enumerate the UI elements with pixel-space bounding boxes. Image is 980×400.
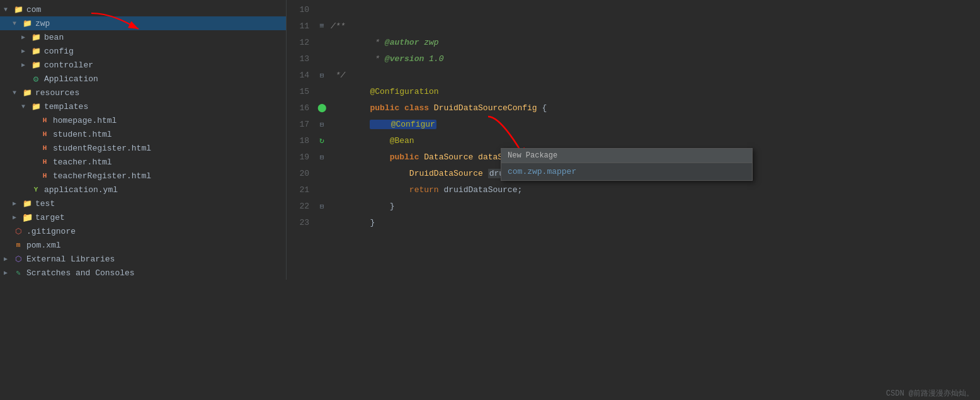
sidebar-item-label-resources: resources — [35, 88, 79, 98]
sidebar-item-controller[interactable]: ▶ 📁 controller — [0, 58, 286, 72]
folder-icon-config: 📁 — [30, 46, 42, 56]
folder-icon-templates: 📁 — [30, 101, 42, 111]
code-area: 10 11 ≡ /** 12 * @author zwp 13 * @versi… — [287, 0, 980, 231]
yml-icon: Y — [30, 185, 42, 195]
code-line-13: 13 * @version 1.0 — [287, 50, 980, 67]
sidebar-item-teacher[interactable]: H teacher.html — [0, 155, 286, 169]
gutter-14: ⊟ — [316, 71, 328, 79]
arrow-com: ▼ — [4, 6, 13, 13]
sidebar-item-scratches[interactable]: ▶ ✎ Scratches and Consoles — [0, 266, 286, 280]
popup-title: New Package — [501, 149, 752, 163]
arrow-resources: ▼ — [13, 89, 21, 96]
sidebar-item-label-applicationyml: application.yml — [44, 185, 118, 195]
sidebar-item-label-pomxml: pom.xml — [26, 241, 61, 250]
sidebar-item-teacherregister[interactable]: H teacherRegister.html — [0, 169, 286, 183]
sidebar-item-label-controller: controller — [44, 60, 93, 70]
folder-icon-target: 📁 — [21, 212, 33, 222]
sidebar-item-label-scratches: Scratches and Consoles — [26, 268, 135, 278]
sidebar-item-application[interactable]: ⚙ Application — [0, 72, 286, 86]
sidebar-item-label-gitignore: .gitignore — [26, 227, 76, 236]
sidebar-item-label-student: student.html — [53, 130, 112, 139]
sidebar-item-label-test: test — [35, 199, 55, 209]
git-icon: ⬡ — [13, 226, 24, 236]
sidebar-item-label-application: Application — [44, 74, 98, 84]
arrow-templates: ▼ — [21, 103, 30, 110]
line-num-17: 17 — [287, 120, 316, 129]
sidebar-item-student[interactable]: H student.html — [0, 127, 286, 141]
sidebar-item-label-teacherregister: teacherRegister.html — [53, 171, 151, 181]
sidebar-item-target[interactable]: ▶ 📁 target — [0, 210, 286, 224]
line-num-10: 10 — [287, 5, 316, 14]
sidebar-item-homepage[interactable]: H homepage.html — [0, 113, 286, 127]
ext-icon: ⬡ — [13, 254, 24, 264]
sidebar-item-label-zwp: zwp — [35, 19, 50, 28]
html-icon-homepage: H — [39, 115, 50, 125]
code-line-17: 17 ⊟ @Configur — [287, 116, 980, 132]
folder-icon-test: 📁 — [21, 198, 33, 209]
sidebar-item-resources[interactable]: ▼ 📁 resources — [0, 86, 286, 100]
sidebar-item-com[interactable]: ▼ 📁 com — [0, 3, 286, 16]
folder-icon-zwp: 📁 — [21, 18, 33, 28]
arrow-external: ▶ — [4, 255, 13, 263]
sidebar-item-studentregister[interactable]: H studentRegister.html — [0, 141, 286, 155]
line-num-23: 23 — [287, 218, 316, 227]
html-icon-student: H — [39, 129, 50, 139]
bottom-bar: CSDN @前路漫漫亦灿灿。 — [880, 387, 980, 400]
html-icon-teacherregister: H — [39, 171, 50, 181]
folder-icon-controller: 📁 — [30, 60, 42, 70]
html-icon-studentregister: H — [39, 143, 50, 153]
code-editor[interactable]: 10 11 ≡ /** 12 * @author zwp 13 * @versi… — [287, 0, 980, 400]
line-num-11: 11 — [287, 21, 316, 31]
gutter-17: ⊟ — [316, 120, 328, 129]
arrow-controller: ▶ — [21, 61, 30, 69]
new-package-popup[interactable]: New Package com.zwp.mapper — [501, 148, 753, 181]
code-line-10: 10 — [287, 1, 980, 18]
line-num-12: 12 — [287, 38, 316, 47]
gutter-11: ≡ — [316, 21, 328, 31]
xml-icon-pom: m — [13, 240, 24, 250]
sidebar-item-applicationyml[interactable]: Y application.yml — [0, 183, 286, 197]
arrow-scratches: ▶ — [4, 269, 13, 277]
arrow-config: ▶ — [21, 47, 30, 55]
arrow-test: ▶ — [13, 200, 21, 207]
popup-content[interactable]: com.zwp.mapper — [501, 163, 752, 180]
line-num-14: 14 — [287, 71, 316, 80]
code-line-23: 23 } — [287, 214, 980, 231]
line-num-16: 16 — [287, 103, 316, 113]
arrow-zwp: ▼ — [13, 20, 21, 27]
sidebar-item-gitignore[interactable]: ⬡ .gitignore — [0, 224, 286, 238]
sidebar-item-label-teacher: teacher.html — [53, 157, 112, 167]
sidebar-item-label-homepage: homepage.html — [53, 116, 117, 125]
line-num-13: 13 — [287, 54, 316, 64]
gutter-19: ⊟ — [316, 153, 328, 161]
sidebar-item-bean[interactable]: ▶ 📁 bean — [0, 30, 286, 44]
folder-icon-com: 📁 — [13, 4, 24, 14]
line-num-20: 20 — [287, 169, 316, 178]
sidebar-item-label-config: config — [44, 47, 74, 56]
sidebar-item-zwp[interactable]: ▼ 📁 zwp — [0, 16, 286, 30]
scratch-icon: ✎ — [13, 268, 24, 278]
gutter-16: ⬤ — [316, 103, 328, 113]
gutter-22: ⊟ — [316, 202, 328, 210]
html-icon-teacher: H — [39, 157, 50, 167]
line-num-15: 15 — [287, 87, 316, 96]
line-num-19: 19 — [287, 152, 316, 162]
line-content-23: } — [328, 209, 980, 237]
sidebar-item-test[interactable]: ▶ 📁 test — [0, 197, 286, 210]
sidebar-item-external-libraries[interactable]: ▶ ⬡ External Libraries — [0, 252, 286, 266]
sidebar-item-config[interactable]: ▶ 📁 config — [0, 44, 286, 58]
sidebar-item-templates[interactable]: ▼ 📁 templates — [0, 100, 286, 113]
line-num-21: 21 — [287, 185, 316, 195]
folder-icon-resources: 📁 — [21, 88, 33, 98]
sidebar-item-label-com: com — [26, 5, 41, 14]
line-num-18: 18 — [287, 136, 316, 146]
gutter-18: ↻ — [316, 135, 328, 146]
app-icon-application: ⚙ — [30, 74, 42, 84]
file-tree[interactable]: ▼ 📁 com ▼ 📁 zwp ▶ 📁 bean — [0, 0, 287, 280]
sidebar-item-pomxml[interactable]: m pom.xml — [0, 238, 286, 252]
sidebar-item-label-templates: templates — [44, 102, 88, 111]
line-content-17: @Configur — [328, 110, 980, 139]
sidebar-item-label-external: External Libraries — [26, 254, 115, 264]
sidebar-item-label-studentregister: studentRegister.html — [53, 144, 151, 153]
sidebar-item-label-target: target — [35, 213, 65, 222]
